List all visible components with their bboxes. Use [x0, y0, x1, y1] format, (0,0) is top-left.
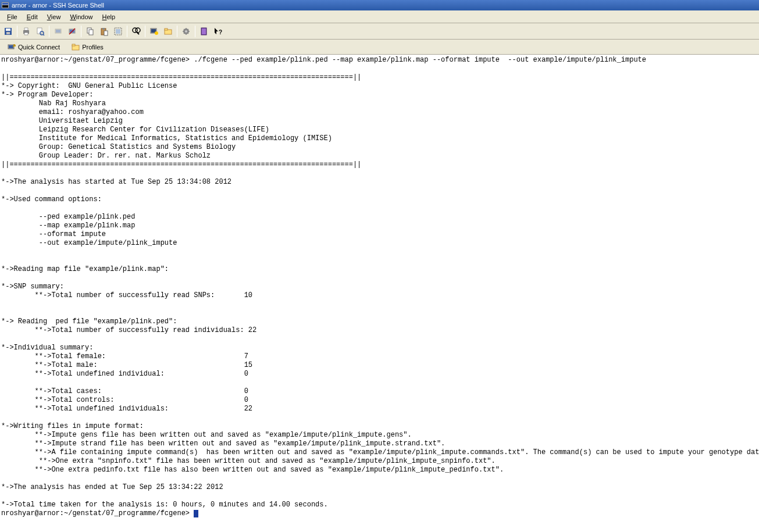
toolbar-separator: [17, 26, 17, 37]
help-topics-button[interactable]: [197, 24, 211, 38]
svg-rect-1: [2, 3, 8, 5]
svg-point-33: [185, 30, 187, 33]
quick-connect-button[interactable]: Quick Connect: [3, 41, 64, 53]
svg-rect-23: [116, 29, 120, 34]
main-toolbar: ?: [0, 23, 759, 40]
svg-point-26: [136, 28, 140, 33]
svg-rect-2: [2, 5, 8, 8]
new-file-transfer-button[interactable]: [161, 24, 175, 38]
toolbar-separator: [195, 26, 195, 37]
settings-button[interactable]: [179, 24, 193, 38]
folder-icon: [72, 43, 80, 51]
app-icon: [1, 1, 9, 9]
svg-rect-21: [104, 31, 108, 35]
select-all-button[interactable]: [111, 24, 125, 38]
menu-help[interactable]: Help: [98, 12, 120, 22]
print-preview-button[interactable]: [33, 24, 47, 38]
toolbar-separator: [127, 26, 127, 37]
disconnect-button[interactable]: [65, 24, 79, 38]
svg-rect-35: [202, 28, 206, 34]
connect-button[interactable]: [51, 24, 65, 38]
toolbar-separator: [49, 26, 49, 37]
toolbar-separator: [145, 26, 145, 37]
save-button[interactable]: [1, 24, 15, 38]
quick-connect-label: Quick Connect: [18, 44, 60, 51]
profiles-label: Profiles: [82, 44, 104, 51]
svg-rect-18: [89, 30, 93, 35]
new-terminal-button[interactable]: [147, 24, 161, 38]
svg-rect-5: [6, 32, 10, 34]
menu-bar: File Edit View Window Help: [0, 10, 759, 23]
copy-button[interactable]: [83, 24, 97, 38]
find-button[interactable]: [129, 24, 143, 38]
svg-rect-20: [102, 28, 105, 30]
svg-rect-4: [6, 28, 10, 31]
menu-file[interactable]: File: [2, 12, 22, 22]
terminal-cursor: [194, 510, 198, 517]
menu-edit[interactable]: Edit: [22, 12, 42, 22]
quick-connect-icon: [8, 43, 16, 51]
toolbar-separator: [177, 26, 177, 37]
window-title: arnor - arnor - SSH Secure Shell: [12, 2, 104, 9]
toolbar-separator: [81, 26, 81, 37]
print-button[interactable]: [19, 24, 33, 38]
menu-view[interactable]: View: [42, 12, 66, 22]
connection-toolbar: Quick Connect Profiles: [0, 40, 759, 55]
svg-text:?: ?: [219, 29, 222, 35]
context-help-button[interactable]: ?: [211, 24, 225, 38]
svg-point-29: [155, 31, 158, 35]
terminal-output[interactable]: nroshyar@arnor:~/genstat/07_programme/fc…: [0, 55, 759, 519]
window-titlebar: arnor - arnor - SSH Secure Shell: [0, 0, 759, 10]
paste-button[interactable]: [97, 24, 111, 38]
svg-rect-7: [24, 28, 28, 30]
svg-rect-8: [24, 33, 28, 35]
profiles-button[interactable]: Profiles: [67, 41, 108, 53]
svg-rect-13: [56, 30, 60, 33]
menu-window[interactable]: Window: [65, 12, 97, 22]
svg-rect-9: [37, 28, 42, 34]
svg-rect-31: [165, 28, 168, 30]
svg-line-11: [43, 34, 44, 35]
svg-rect-40: [72, 44, 75, 46]
